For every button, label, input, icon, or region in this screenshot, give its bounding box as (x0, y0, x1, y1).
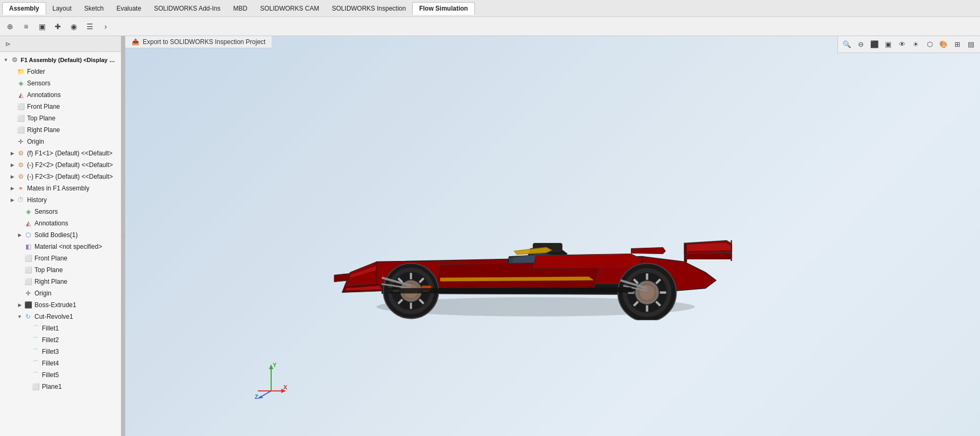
plane1-label: Plane1 (42, 383, 62, 390)
lighting-icon[interactable]: ☀ (910, 39, 922, 50)
view-grid-icon[interactable]: ▣ (882, 39, 894, 50)
f1c1-label: (f) F1<1> (Default) <<Default> (27, 150, 112, 157)
scene-icon[interactable]: ⊞ (951, 39, 963, 50)
folder-expand[interactable] (8, 68, 16, 75)
3d-viewport[interactable]: 📤 Export to SOLIDWORKS Inspection Projec… (125, 36, 980, 436)
tree-item-fillet3[interactable]: ⌒ Fillet3 (0, 346, 121, 357)
material-expand[interactable] (16, 243, 23, 250)
tree-item-history[interactable]: ▶ ⏱ History (0, 194, 121, 206)
f2c2-expand[interactable]: ▶ (8, 161, 16, 169)
add-icon[interactable]: ✚ (51, 20, 65, 33)
folder-icon: 📁 (16, 67, 25, 76)
tree-item-f1c1[interactable]: ▶ ⚙ (f) F1<1> (Default) <<Default> (0, 147, 121, 159)
tree-item-solid-bodies[interactable]: ▶ ⬡ Solid Bodies(1) (0, 229, 121, 241)
tree-item-fillet4[interactable]: ⌒ Fillet4 (0, 357, 121, 369)
feature-tree[interactable]: ▼ ⚙ F1 Assembly (Default) <Display St...… (0, 52, 121, 436)
right-plane-sub-icon: ⬜ (23, 277, 33, 286)
tree-item-cut-revolve1[interactable]: ▼ ↻ Cut-Revolve1 (0, 311, 121, 322)
tree-item-mates[interactable]: ▶ ⚭ Mates in F1 Assembly (0, 182, 121, 194)
tree-item-plane1[interactable]: ⬜ Plane1 (0, 381, 121, 393)
tab-mbd[interactable]: MBD (227, 3, 254, 14)
view-box-icon[interactable]: ⬛ (869, 39, 880, 50)
tab-solidworks-add-ins[interactable]: SOLIDWORKS Add-Ins (148, 3, 227, 14)
tab-layout[interactable]: Layout (46, 3, 78, 14)
tree-item-folder[interactable]: 📁 Folder (0, 66, 121, 77)
plane1-expand[interactable] (23, 383, 31, 390)
front-plane-expand[interactable] (8, 103, 16, 110)
tree-item-right-plane[interactable]: ⬜ Right Plane (0, 124, 121, 136)
tree-item-annotations[interactable]: ◭ Annotations (0, 89, 121, 101)
export-icon: 📤 (132, 38, 140, 46)
tab-solidworks-inspection[interactable]: SOLIDWORKS Inspection (326, 3, 412, 14)
fillet4-expand[interactable] (23, 360, 31, 367)
tree-item-boss-extrude1[interactable]: ▶ ⬛ Boss-Extrude1 (0, 299, 121, 311)
list-icon[interactable]: ≡ (19, 20, 33, 33)
fillet4-label: Fillet4 (42, 360, 59, 367)
cut-revolve1-expand[interactable]: ▼ (16, 313, 23, 320)
tree-item-top-plane-sub[interactable]: ⬜ Top Plane (0, 264, 121, 276)
tab-sketch[interactable]: Sketch (78, 3, 110, 14)
tree-item-fillet2[interactable]: ⌒ Fillet2 (0, 334, 121, 346)
front-plane-sub-expand[interactable] (16, 255, 23, 262)
root-expand[interactable]: ▼ (2, 56, 10, 64)
right-plane-expand[interactable] (8, 126, 16, 134)
tree-item-material[interactable]: ◧ Material <not specified> (0, 241, 121, 252)
root-icon: ⚙ (10, 55, 19, 65)
car-model (334, 151, 732, 322)
color-icon[interactable]: 🎨 (938, 39, 949, 50)
origin-expand[interactable] (8, 138, 16, 145)
appearance-icon[interactable]: ⬡ (924, 39, 935, 50)
tab-flow-simulation[interactable]: Flow Simulation (412, 2, 475, 15)
top-plane-expand[interactable] (8, 115, 16, 122)
tree-item-f2c3[interactable]: ▶ ⚙ (-) F2<3> (Default) <<Default> (0, 171, 121, 182)
menu-icon[interactable]: ☰ (83, 20, 97, 33)
tree-item-f2c2[interactable]: ▶ ⚙ (-) F2<2> (Default) <<Default> (0, 159, 121, 171)
top-plane-sub-expand[interactable] (16, 266, 23, 274)
boss-extrude1-expand[interactable]: ▶ (16, 301, 23, 309)
annotations-expand[interactable] (8, 91, 16, 99)
tree-item-sensors-sub[interactable]: ◈ Sensors (0, 206, 121, 217)
tree-item-right-plane-sub[interactable]: ⬜ Right Plane (0, 276, 121, 287)
zoom-icon[interactable]: 🔍 (841, 39, 853, 50)
tree-root[interactable]: ▼ ⚙ F1 Assembly (Default) <Display St... (0, 54, 121, 66)
annotations-sub-expand[interactable] (16, 220, 23, 227)
tree-item-front-plane[interactable]: ⬜ Front Plane (0, 101, 121, 112)
origin-sub-expand[interactable] (16, 290, 23, 297)
right-plane-sub-label: Right Plane (34, 278, 67, 285)
top-plane-icon: ⬜ (16, 114, 25, 123)
tree-item-origin-sub[interactable]: ✛ Origin (0, 287, 121, 299)
f2c3-expand[interactable]: ▶ (8, 173, 16, 180)
tree-item-top-plane[interactable]: ⬜ Top Plane (0, 112, 121, 124)
sensors-sub-expand[interactable] (16, 208, 23, 215)
tab-assembly[interactable]: Assembly (2, 2, 46, 15)
arrow-icon[interactable]: › (99, 20, 112, 33)
display-icon[interactable]: ▤ (965, 39, 977, 50)
tree-item-origin[interactable]: ✛ Origin (0, 136, 121, 147)
circle-icon[interactable]: ◉ (67, 20, 81, 33)
tree-item-sensors[interactable]: ◈ Sensors (0, 77, 121, 89)
tree-item-annotations-sub[interactable]: ◭ Annotations (0, 217, 121, 229)
right-plane-sub-expand[interactable] (16, 278, 23, 285)
tab-evaluate[interactable]: Evaluate (110, 3, 148, 14)
fillet2-expand[interactable] (23, 336, 31, 344)
grid-icon[interactable]: ▣ (35, 20, 49, 33)
hide-show-icon[interactable]: 👁 (896, 39, 908, 50)
fillet1-expand[interactable] (23, 325, 31, 332)
tree-item-fillet5[interactable]: ⌒ Fillet5 (0, 369, 121, 381)
sensors-expand[interactable] (8, 80, 16, 87)
history-expand[interactable]: ▶ (8, 196, 16, 204)
fillet3-expand[interactable] (23, 348, 31, 355)
zoom-out-icon[interactable]: ⊖ (855, 39, 866, 50)
fillet2-icon: ⌒ (31, 335, 40, 345)
tab-solidworks-cam[interactable]: SOLIDWORKS CAM (254, 3, 325, 14)
tree-item-front-plane-sub[interactable]: ⬜ Front Plane (0, 252, 121, 264)
material-label: Material <not specified> (34, 243, 102, 250)
tree-item-fillet1[interactable]: ⌒ Fillet1 (0, 322, 121, 334)
fillet5-expand[interactable] (23, 371, 31, 379)
solid-bodies-expand[interactable]: ▶ (16, 231, 23, 239)
f1c1-expand[interactable]: ▶ (8, 150, 16, 157)
filter-icon[interactable]: ⊳ (2, 38, 14, 50)
fillet5-label: Fillet5 (42, 371, 59, 379)
select-tool-icon[interactable]: ⊕ (3, 20, 17, 33)
mates-expand[interactable]: ▶ (8, 185, 16, 192)
